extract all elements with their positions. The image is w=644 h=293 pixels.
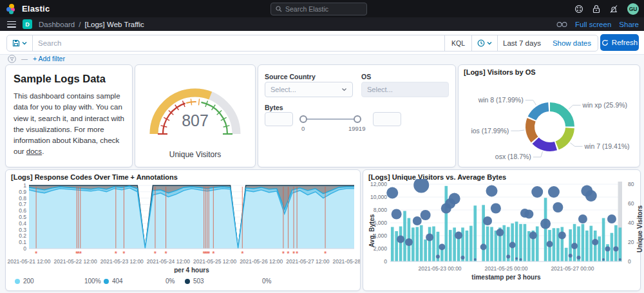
deployment-icon[interactable] [574,5,583,14]
user-avatar[interactable]: GU [627,3,639,15]
bubble[interactable] [455,232,462,240]
bar[interactable] [611,233,614,261]
filter-icon[interactable] [8,55,16,63]
bubble[interactable] [553,202,563,213]
bubble[interactable] [480,244,487,250]
bubble[interactable] [491,203,501,214]
bar[interactable] [420,225,423,261]
bytes-slider-track[interactable] [303,118,357,120]
bubble[interactable] [531,186,543,198]
bar[interactable] [424,240,427,261]
bubble[interactable] [509,242,516,249]
bar[interactable] [432,227,435,261]
bubble[interactable] [392,209,402,220]
bytes-max-input[interactable] [373,112,401,126]
bar[interactable] [495,231,498,261]
bar[interactable] [582,224,585,261]
bubble[interactable] [548,186,560,198]
os-select[interactable]: Select... [361,82,449,97]
bubble[interactable] [529,232,537,240]
bubble[interactable] [413,179,429,193]
bubble[interactable] [577,256,581,260]
bar[interactable] [524,224,527,261]
menu-hamburger-icon[interactable] [7,21,16,28]
bubble[interactable] [439,244,445,250]
legend-item-200[interactable]: 200 [15,278,34,285]
bubble[interactable] [558,232,566,240]
annotation-marker[interactable]: * [207,250,211,258]
source-country-select[interactable]: Select... [265,82,353,97]
show-dates-button[interactable]: Show dates [546,39,598,47]
annotation-marker[interactable]: * [287,250,290,258]
bytes-slider-handle-min[interactable] [299,115,307,123]
bar[interactable] [469,226,473,261]
annotation-marker[interactable]: * [35,250,38,258]
bar[interactable] [473,205,477,261]
bubble[interactable] [421,210,431,220]
bytes-min-input[interactable] [265,112,293,126]
bubble[interactable] [585,190,597,202]
bubble[interactable] [578,214,587,223]
bar[interactable] [486,227,489,261]
elastic-brand[interactable]: Elastic [6,4,50,14]
bar[interactable] [449,230,452,261]
panel-response-codes[interactable]: [Logs] Response Codes Over Time + Annota… [5,169,361,291]
bar[interactable] [415,227,419,261]
bubble[interactable] [449,193,460,205]
bar[interactable] [594,231,597,261]
legend-item-503[interactable]: 503 [185,278,204,285]
dashboard-app-badge[interactable]: D [23,19,32,29]
saved-query-menu-button[interactable] [7,35,32,51]
annotation-marker[interactable]: * [154,250,157,258]
bar[interactable] [602,218,605,261]
bar[interactable] [614,225,618,261]
bar[interactable] [391,227,394,261]
bar[interactable] [395,231,398,261]
bar[interactable] [453,227,456,261]
bubble[interactable] [515,258,518,260]
bubble[interactable] [520,258,522,261]
bar[interactable] [403,211,406,261]
lock-icon[interactable] [592,5,600,14]
bar[interactable] [565,248,568,261]
bar[interactable] [519,224,522,261]
bar[interactable] [515,222,518,261]
bubble[interactable] [474,258,477,261]
bubble[interactable] [496,229,504,236]
bubble[interactable] [461,256,465,260]
kql-toggle[interactable]: KQL [445,39,471,47]
bubble[interactable] [397,236,404,243]
bar[interactable] [544,198,547,261]
bar[interactable] [618,227,621,261]
bar[interactable] [444,186,448,261]
bubble[interactable] [540,219,551,229]
bubble[interactable] [483,216,492,225]
bubble[interactable] [413,216,422,225]
annotation-marker[interactable]: * [212,250,215,258]
annotation-marker[interactable]: * [115,250,118,258]
annotation-marker[interactable]: * [296,250,299,258]
bubble[interactable] [613,247,618,252]
add-filter-button[interactable]: + Add filter [33,55,65,62]
annotation-marker[interactable]: * [324,250,327,258]
bar[interactable] [399,227,402,261]
bar[interactable] [490,227,493,261]
bubble[interactable] [602,258,605,261]
annotation-marker[interactable]: * [164,250,167,258]
bar[interactable] [482,205,485,261]
bar[interactable] [412,227,415,261]
bubble[interactable] [569,254,573,258]
annotation-marker[interactable]: * [241,250,244,258]
bubble[interactable] [571,243,578,249]
annotation-marker[interactable]: * [79,250,82,258]
bubble[interactable] [486,185,498,197]
bytes-slider-handle-max[interactable] [354,115,361,123]
bubble[interactable] [405,238,413,246]
bubble[interactable] [436,255,440,259]
time-picker-menu-button[interactable] [472,35,497,51]
legend-item-404[interactable]: 404 [104,278,123,285]
bubble[interactable] [524,210,533,219]
breadcrumb-dashboard[interactable]: Dashboard [39,21,75,28]
bubble[interactable] [386,187,398,199]
bar[interactable] [598,236,601,261]
